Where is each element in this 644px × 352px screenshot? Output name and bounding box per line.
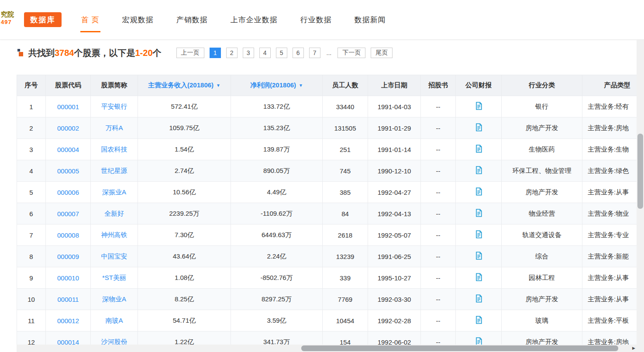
employees-cell: 385 xyxy=(323,182,368,203)
stock-name-link[interactable]: *ST美丽 xyxy=(102,274,126,281)
stock-code-link[interactable]: 000001 xyxy=(57,103,79,110)
company-report-document-icon[interactable] xyxy=(475,294,482,303)
nav-item-2[interactable]: 宏观数据 xyxy=(122,15,154,25)
list-date-cell: 1990-12-10 xyxy=(368,160,421,182)
stock-name-link[interactable]: 世纪星源 xyxy=(101,167,127,174)
horizontal-scrollbar[interactable]: ▶ xyxy=(17,345,637,352)
column-header-10: 行业分类 xyxy=(502,75,582,96)
column-header-label: 主营业务收入(201806) xyxy=(148,81,214,89)
industry-cell: 房地产开发 xyxy=(502,182,582,203)
list-date-cell: 1992-04-13 xyxy=(368,203,421,224)
horizontal-scrollbar-thumb[interactable] xyxy=(301,345,618,351)
stock-name-link[interactable]: 深振业A xyxy=(102,188,126,196)
pagination-last[interactable]: 尾页 xyxy=(371,48,393,58)
list-date-cell: 1992-03-30 xyxy=(368,289,421,310)
row-index-cell: 10 xyxy=(17,289,46,310)
company-report-document-icon[interactable] xyxy=(475,187,482,196)
stock-name-link[interactable]: 沙河股份 xyxy=(101,338,127,345)
scroll-right-arrow-icon[interactable]: ▶ xyxy=(632,346,635,351)
employees-cell: 7769 xyxy=(323,289,368,310)
logo-number-fragment: 497 xyxy=(1,19,14,26)
table-row: 6000007全新好2239.25万-1109.62万841992-04-13-… xyxy=(17,203,637,224)
row-index-cell: 5 xyxy=(17,182,46,203)
stock-name-link[interactable]: 神州高铁 xyxy=(101,231,127,238)
stock-code-link[interactable]: 000009 xyxy=(57,253,79,260)
sort-desc-icon: ▼ xyxy=(299,83,303,88)
nav-item-1[interactable]: 首 页 xyxy=(81,15,100,25)
stock-code-link[interactable]: 000012 xyxy=(57,317,79,324)
company-report-document-icon[interactable] xyxy=(475,166,482,174)
stock-name-link[interactable]: 万科A xyxy=(105,124,123,131)
industry-cell: 房地产开发 xyxy=(502,289,582,310)
company-report-document-icon[interactable] xyxy=(475,123,482,131)
stock-name-link[interactable]: 南玻A xyxy=(105,317,123,324)
column-header-5[interactable]: 净利润(201806)▼ xyxy=(231,75,323,96)
stock-code-link[interactable]: 000005 xyxy=(57,167,79,175)
results-summary: 共找到3784个股票，以下是1-20个 xyxy=(28,47,162,59)
company-report-document-icon[interactable] xyxy=(475,102,482,110)
company-report-cell xyxy=(456,117,502,139)
revenue-cell: 1.54亿 xyxy=(138,139,231,160)
company-report-document-icon[interactable] xyxy=(475,316,482,324)
nav-item-6[interactable]: 数据新闻 xyxy=(355,15,386,25)
industry-cell: 综合 xyxy=(502,246,582,267)
company-report-document-icon[interactable] xyxy=(475,230,482,238)
stock-code-link[interactable]: 000010 xyxy=(57,274,79,282)
stock-name-link[interactable]: 全新好 xyxy=(104,210,124,217)
column-header-4[interactable]: 主营业务收入(201806)▼ xyxy=(138,75,231,96)
pagination-page-5[interactable]: 5 xyxy=(276,48,287,58)
stock-name-link[interactable]: 中国宝安 xyxy=(101,252,127,260)
page: 究院 497 数据库 首 页宏观数据产销数据上市企业数据行业数据数据新闻 共找到… xyxy=(0,0,644,352)
scrollbar-corner xyxy=(637,345,644,352)
stock-name-link[interactable]: 国农科技 xyxy=(101,145,127,153)
stock-code-link[interactable]: 000004 xyxy=(57,146,79,153)
company-report-document-icon[interactable] xyxy=(475,209,482,217)
row-index-cell: 6 xyxy=(17,203,46,224)
nav-item-5[interactable]: 行业数据 xyxy=(300,15,332,25)
employees-cell: 10454 xyxy=(323,310,368,331)
pagination-page-4[interactable]: 4 xyxy=(259,48,271,58)
stock-code-link[interactable]: 000002 xyxy=(57,124,79,132)
stock-name-cell: 深物业A xyxy=(91,289,138,310)
table-head: 序号股票代码股票简称主营业务收入(201806)▼净利润(201806)▼员工人… xyxy=(17,75,637,96)
pagination-page-3[interactable]: 3 xyxy=(243,48,254,58)
pagination-page-6[interactable]: 6 xyxy=(293,48,304,58)
list-date-cell: 1995-10-27 xyxy=(368,267,421,289)
stock-code-link[interactable]: 000006 xyxy=(57,189,79,196)
database-button[interactable]: 数据库 xyxy=(24,12,62,27)
pagination-page-2[interactable]: 2 xyxy=(226,48,238,58)
pagination-page-7[interactable]: 7 xyxy=(309,48,320,58)
prospectus-cell: -- xyxy=(421,246,456,267)
company-report-cell xyxy=(456,203,502,224)
revenue-cell: 54.71亿 xyxy=(138,310,231,331)
prospectus-cell: -- xyxy=(421,182,456,203)
company-report-document-icon[interactable] xyxy=(475,145,482,153)
list-date-cell: 1992-04-27 xyxy=(368,182,421,203)
stock-code-link[interactable]: 000011 xyxy=(58,296,79,303)
results-prefix: 共找到 xyxy=(28,48,55,58)
stock-name-link[interactable]: 深物业A xyxy=(102,295,126,303)
employees-cell: 251 xyxy=(323,139,368,160)
prospectus-cell: -- xyxy=(421,267,456,289)
vertical-scrollbar-thumb[interactable] xyxy=(637,134,643,209)
stock-name-link[interactable]: 平安银行 xyxy=(101,103,127,110)
top-bar: 究院 497 数据库 首 页宏观数据产销数据上市企业数据行业数据数据新闻 xyxy=(0,0,644,40)
industry-cell: 环保工程、物业管理 xyxy=(502,160,582,182)
company-report-document-icon[interactable] xyxy=(475,252,482,260)
product-type-cell: 主营业务:平板 xyxy=(582,310,637,331)
pagination-next[interactable]: 下一页 xyxy=(337,48,365,58)
results-count: 3784 xyxy=(55,48,74,58)
company-report-document-icon[interactable] xyxy=(475,273,482,281)
nav-item-3[interactable]: 产销数据 xyxy=(176,15,208,25)
nav-item-4[interactable]: 上市企业数据 xyxy=(231,15,278,25)
stock-code-link[interactable]: 000008 xyxy=(57,231,79,239)
prospectus-cell: -- xyxy=(421,310,456,331)
stock-table: 序号股票代码股票简称主营业务收入(201806)▼净利润(201806)▼员工人… xyxy=(17,75,637,352)
stock-code-link[interactable]: 000007 xyxy=(57,210,79,217)
pagination-prev[interactable]: 上一页 xyxy=(176,48,204,58)
pagination-page-1[interactable]: 1 xyxy=(210,48,221,58)
vertical-scrollbar[interactable] xyxy=(637,40,644,345)
main-nav: 首 页宏观数据产销数据上市企业数据行业数据数据新闻 xyxy=(81,15,386,25)
stock-table-container: 序号股票代码股票简称主营业务收入(201806)▼净利润(201806)▼员工人… xyxy=(17,75,637,352)
revenue-cell: 10.56亿 xyxy=(138,182,231,203)
